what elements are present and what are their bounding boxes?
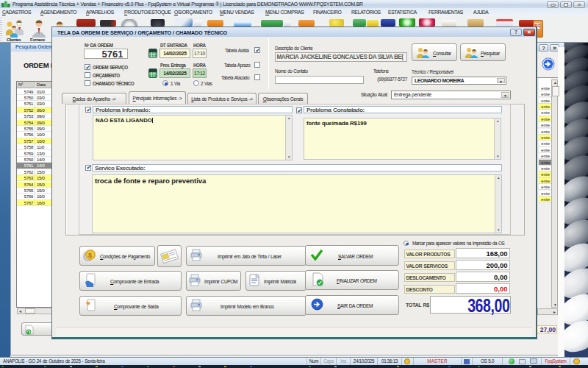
svg-text:$: $	[88, 252, 92, 259]
